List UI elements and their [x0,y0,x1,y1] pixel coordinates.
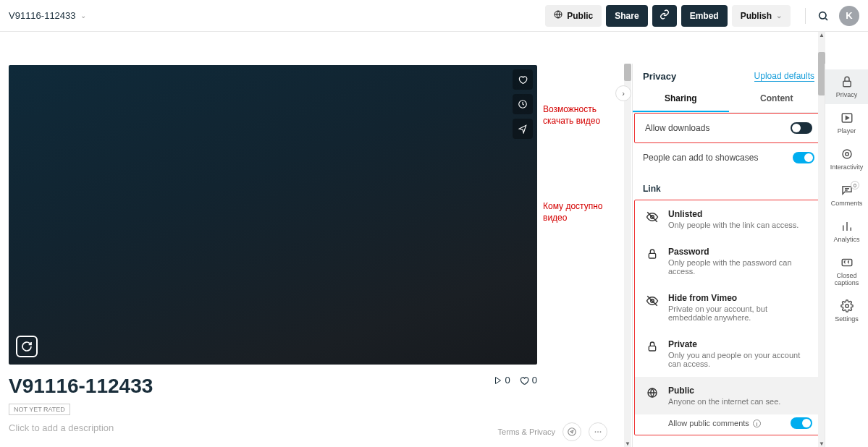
avatar[interactable]: K [839,6,859,26]
showcases-label: People can add to showcases [643,153,758,163]
plays-count: 0 [505,375,510,386]
more-icon[interactable] [589,422,607,441]
panel-body: Allow downloads People can add to showca… [633,113,825,447]
svg-rect-10 [649,346,655,351]
svg-point-15 [843,150,851,158]
tab-sharing[interactable]: Sharing [633,86,729,112]
lock-icon [645,339,660,368]
publish-button[interactable]: Publish ⌄ [732,5,791,27]
showcases-toggle[interactable] [793,152,814,163]
link-icon [660,9,670,22]
option-public[interactable]: Public Anyone on the internet can see. [635,377,822,414]
option-private[interactable]: Private Only you and people on your acco… [635,331,822,377]
embed-button[interactable]: Embed [681,5,728,27]
video-stats: 0 0 [9,375,537,386]
likes-count: 0 [532,375,537,386]
rail-closed-captions[interactable]: Closed captions [825,250,868,292]
video-title-dropdown[interactable]: V91116-112433 ⌄ [9,10,86,21]
rail-analytics-label: Analytics [833,236,859,243]
video-player[interactable] [9,65,537,365]
panel-scrollbar[interactable]: ▲ ▼ [624,64,631,447]
privacy-panel: ▲ ▼ › Privacy Upload defaults Sharing Co… [632,64,825,447]
svg-rect-8 [649,253,655,258]
share-icon[interactable] [513,119,533,139]
chevron-down-icon: ⌄ [776,12,782,20]
lock-icon [645,247,660,276]
share-button[interactable]: Share [606,5,647,27]
rail-settings[interactable]: Settings [825,294,868,328]
rail-player[interactable]: Player [825,106,868,140]
allow-downloads-row: Allow downloads [635,114,822,142]
allow-downloads-toggle[interactable] [791,122,812,134]
svg-point-6 [600,431,602,433]
visibility-label: Public [567,11,593,21]
visibility-button[interactable]: Public [545,5,602,27]
player-side-icons [513,69,533,139]
reload-icon[interactable] [16,336,38,357]
public-title: Public [668,386,780,396]
rail-comments[interactable]: 0 Comments [825,178,868,213]
svg-rect-16 [842,260,852,266]
panel-title: Privacy [643,71,676,82]
share-label: Share [615,11,639,21]
option-password[interactable]: Password Only people with the password c… [635,238,822,284]
panel-tabs: Sharing Content [633,86,825,113]
svg-point-17 [845,305,848,308]
password-desc: Only people with the password can access… [668,258,812,276]
annotation-downloads: Возможность скачать видео [543,104,600,127]
info-icon[interactable]: i [753,420,761,427]
svg-point-5 [597,431,599,433]
eye-off-icon [645,293,660,322]
divider [805,8,806,24]
annotation-access: Кому доступно видео [543,201,603,224]
svg-point-14 [845,153,848,156]
hide-title: Hide from Vimeo [668,293,812,303]
private-title: Private [668,339,812,349]
globe-icon [645,386,660,406]
option-hide[interactable]: Hide from Vimeo Private on your account,… [635,284,822,331]
hide-desc: Private on your account, but embeddable … [668,305,812,322]
rail-interactivity-label: Interactivity [830,163,864,171]
rail-comments-label: Comments [831,200,863,207]
terms-link[interactable]: Terms & Privacy [498,427,555,436]
svg-point-1 [819,12,826,18]
rail-analytics[interactable]: Analytics [825,214,868,249]
compass-icon[interactable] [562,422,581,441]
eye-off-icon [645,209,660,229]
title-text: V91116-112433 [9,10,76,21]
tab-content[interactable]: Content [729,86,825,112]
option-unlisted[interactable]: Unlisted Only people with the link can a… [635,200,822,238]
unlisted-title: Unlisted [668,209,799,219]
top-bar: V91116-112433 ⌄ Public Share Embed Publi… [0,0,868,32]
private-desc: Only you and people on your account can … [668,351,812,368]
public-comments-label: Allow public comments [668,419,749,427]
rail-cc-label: Closed captions [835,272,859,286]
rail-player-label: Player [838,127,856,135]
watch-later-icon[interactable] [513,94,533,114]
panel-collapse-button[interactable]: › [615,85,631,101]
rail-interactivity[interactable]: Interactivity [825,142,868,176]
embed-label: Embed [690,11,719,21]
rating-badge: NOT YET RATED [9,404,70,415]
plays-stat[interactable]: 0 [494,375,510,386]
rail-settings-label: Settings [835,315,859,323]
main-area: V91116-112433 NOT YET RATED Click to add… [0,32,868,447]
upload-defaults-link[interactable]: Upload defaults [754,71,814,82]
public-desc: Anyone on the internet can see. [668,397,780,406]
unlisted-desc: Only people with the link can access. [668,221,799,229]
comments-badge: 0 [851,181,859,190]
link-button[interactable] [652,5,677,27]
footer: Terms & Privacy [498,422,607,441]
public-comments-row: Allow public comments i [635,414,822,435]
description-input[interactable]: Click to add a description [9,422,537,433]
svg-rect-12 [843,81,851,87]
chevron-right-icon: › [622,89,625,98]
search-button[interactable] [813,6,833,26]
access-highlight: Unlisted Only people with the link can a… [634,200,823,435]
rail-privacy-label: Privacy [836,91,858,98]
public-comments-toggle[interactable] [791,417,812,429]
like-icon[interactable] [513,69,533,90]
rail-privacy[interactable]: Privacy [825,69,868,104]
password-title: Password [668,247,812,257]
likes-stat[interactable]: 0 [519,375,537,386]
